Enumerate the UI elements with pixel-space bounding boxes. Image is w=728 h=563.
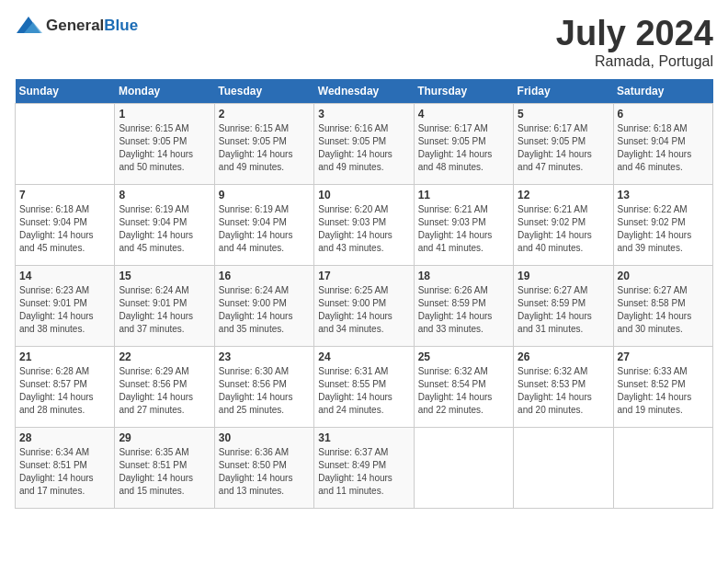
calendar-cell: 2Sunrise: 6:15 AM Sunset: 9:05 PM Daylig… [214,103,313,184]
calendar-cell: 10Sunrise: 6:20 AM Sunset: 9:03 PM Dayli… [314,184,414,265]
calendar-cell: 1Sunrise: 6:15 AM Sunset: 9:05 PM Daylig… [115,103,214,184]
calendar-cell [16,103,115,184]
cell-content: Sunrise: 6:30 AM Sunset: 8:56 PM Dayligh… [219,365,310,417]
calendar-cell: 14Sunrise: 6:23 AM Sunset: 9:01 PM Dayli… [16,265,115,346]
cell-content: Sunrise: 6:37 AM Sunset: 8:49 PM Dayligh… [318,446,409,498]
calendar-cell: 31Sunrise: 6:37 AM Sunset: 8:49 PM Dayli… [314,427,414,508]
calendar-week-row: 14Sunrise: 6:23 AM Sunset: 9:01 PM Dayli… [16,265,713,346]
day-number: 26 [518,350,609,363]
day-number: 27 [618,350,709,363]
weekday-header-cell: Monday [115,79,214,104]
day-number: 4 [418,108,509,121]
cell-content: Sunrise: 6:15 AM Sunset: 9:05 PM Dayligh… [219,122,310,174]
cell-content: Sunrise: 6:24 AM Sunset: 9:00 PM Dayligh… [219,284,310,336]
cell-content: Sunrise: 6:22 AM Sunset: 9:02 PM Dayligh… [618,203,709,255]
calendar-cell: 12Sunrise: 6:21 AM Sunset: 9:02 PM Dayli… [514,184,613,265]
day-number: 3 [318,108,409,121]
calendar-cell: 27Sunrise: 6:33 AM Sunset: 8:52 PM Dayli… [613,346,712,427]
cell-content: Sunrise: 6:27 AM Sunset: 8:59 PM Dayligh… [518,284,609,336]
day-number: 18 [418,270,509,282]
calendar-table: SundayMondayTuesdayWednesdayThursdayFrid… [15,79,713,509]
cell-content: Sunrise: 6:33 AM Sunset: 8:52 PM Dayligh… [618,365,709,417]
calendar-cell: 19Sunrise: 6:27 AM Sunset: 8:59 PM Dayli… [514,265,613,346]
day-number: 11 [418,189,509,201]
calendar-cell: 30Sunrise: 6:36 AM Sunset: 8:50 PM Dayli… [214,427,313,508]
calendar-week-row: 1Sunrise: 6:15 AM Sunset: 9:05 PM Daylig… [16,103,713,184]
calendar-cell: 4Sunrise: 6:17 AM Sunset: 9:05 PM Daylig… [414,103,513,184]
cell-content: Sunrise: 6:19 AM Sunset: 9:04 PM Dayligh… [119,203,210,255]
weekday-header-cell: Tuesday [214,79,313,104]
day-number: 31 [318,431,409,444]
calendar-week-row: 21Sunrise: 6:28 AM Sunset: 8:57 PM Dayli… [16,346,713,427]
cell-content: Sunrise: 6:35 AM Sunset: 8:51 PM Dayligh… [119,446,210,498]
cell-content: Sunrise: 6:21 AM Sunset: 9:02 PM Dayligh… [518,203,609,255]
cell-content: Sunrise: 6:34 AM Sunset: 8:51 PM Dayligh… [19,446,110,498]
cell-content: Sunrise: 6:32 AM Sunset: 8:54 PM Dayligh… [418,365,509,417]
calendar-cell: 24Sunrise: 6:31 AM Sunset: 8:55 PM Dayli… [314,346,414,427]
calendar-cell [613,427,712,508]
weekday-header-cell: Friday [514,79,613,104]
calendar-cell: 22Sunrise: 6:29 AM Sunset: 8:56 PM Dayli… [115,346,214,427]
weekday-header-cell: Sunday [16,79,115,104]
logo-icon [15,15,42,37]
calendar-cell: 26Sunrise: 6:32 AM Sunset: 8:53 PM Dayli… [514,346,613,427]
weekday-header-cell: Thursday [414,79,513,104]
day-number: 19 [518,270,609,282]
calendar-cell: 16Sunrise: 6:24 AM Sunset: 9:00 PM Dayli… [214,265,313,346]
calendar-cell: 25Sunrise: 6:32 AM Sunset: 8:54 PM Dayli… [414,346,513,427]
calendar-cell: 9Sunrise: 6:19 AM Sunset: 9:04 PM Daylig… [214,184,313,265]
day-number: 30 [219,431,310,444]
logo: GeneralBlue [15,15,138,37]
calendar-body: 1Sunrise: 6:15 AM Sunset: 9:05 PM Daylig… [16,103,713,508]
cell-content: Sunrise: 6:17 AM Sunset: 9:05 PM Dayligh… [518,122,609,174]
cell-content: Sunrise: 6:32 AM Sunset: 8:53 PM Dayligh… [518,365,609,417]
day-number: 5 [518,108,609,121]
day-number: 25 [418,350,509,363]
day-number: 8 [119,189,210,201]
calendar-cell [414,427,513,508]
cell-content: Sunrise: 6:31 AM Sunset: 8:55 PM Dayligh… [318,365,409,417]
day-number: 28 [19,431,110,444]
cell-content: Sunrise: 6:28 AM Sunset: 8:57 PM Dayligh… [19,365,110,417]
cell-content: Sunrise: 6:18 AM Sunset: 9:04 PM Dayligh… [618,122,709,174]
calendar-cell: 6Sunrise: 6:18 AM Sunset: 9:04 PM Daylig… [613,103,712,184]
calendar-cell: 8Sunrise: 6:19 AM Sunset: 9:04 PM Daylig… [115,184,214,265]
cell-content: Sunrise: 6:16 AM Sunset: 9:05 PM Dayligh… [318,122,409,174]
cell-content: Sunrise: 6:36 AM Sunset: 8:50 PM Dayligh… [219,446,310,498]
calendar-cell: 23Sunrise: 6:30 AM Sunset: 8:56 PM Dayli… [214,346,313,427]
cell-content: Sunrise: 6:29 AM Sunset: 8:56 PM Dayligh… [119,365,210,417]
day-number: 10 [318,189,409,201]
title-area: July 2024 Ramada, Portugal [556,15,713,70]
calendar-cell: 17Sunrise: 6:25 AM Sunset: 9:00 PM Dayli… [314,265,414,346]
weekday-header-cell: Wednesday [314,79,414,104]
cell-content: Sunrise: 6:15 AM Sunset: 9:05 PM Dayligh… [119,122,210,174]
calendar-week-row: 28Sunrise: 6:34 AM Sunset: 8:51 PM Dayli… [16,427,713,508]
cell-content: Sunrise: 6:23 AM Sunset: 9:01 PM Dayligh… [19,284,110,336]
day-number: 12 [518,189,609,201]
day-number: 29 [119,431,210,444]
day-number: 23 [219,350,310,363]
day-number: 15 [119,270,210,282]
day-number: 24 [318,350,409,363]
day-number: 13 [618,189,709,201]
calendar-cell: 7Sunrise: 6:18 AM Sunset: 9:04 PM Daylig… [16,184,115,265]
calendar-cell: 3Sunrise: 6:16 AM Sunset: 9:05 PM Daylig… [314,103,414,184]
day-number: 2 [219,108,310,121]
calendar-cell: 28Sunrise: 6:34 AM Sunset: 8:51 PM Dayli… [16,427,115,508]
cell-content: Sunrise: 6:19 AM Sunset: 9:04 PM Dayligh… [219,203,310,255]
cell-content: Sunrise: 6:27 AM Sunset: 8:58 PM Dayligh… [618,284,709,336]
calendar-cell: 18Sunrise: 6:26 AM Sunset: 8:59 PM Dayli… [414,265,513,346]
day-number: 16 [219,270,310,282]
calendar-cell: 5Sunrise: 6:17 AM Sunset: 9:05 PM Daylig… [514,103,613,184]
calendar-cell [514,427,613,508]
calendar-week-row: 7Sunrise: 6:18 AM Sunset: 9:04 PM Daylig… [16,184,713,265]
logo-text-blue: Blue [104,17,138,34]
cell-content: Sunrise: 6:17 AM Sunset: 9:05 PM Dayligh… [418,122,509,174]
cell-content: Sunrise: 6:20 AM Sunset: 9:03 PM Dayligh… [318,203,409,255]
cell-content: Sunrise: 6:18 AM Sunset: 9:04 PM Dayligh… [19,203,110,255]
weekday-header-cell: Saturday [613,79,712,104]
calendar-cell: 13Sunrise: 6:22 AM Sunset: 9:02 PM Dayli… [613,184,712,265]
location-title: Ramada, Portugal [556,53,713,70]
calendar-cell: 11Sunrise: 6:21 AM Sunset: 9:03 PM Dayli… [414,184,513,265]
cell-content: Sunrise: 6:25 AM Sunset: 9:00 PM Dayligh… [318,284,409,336]
